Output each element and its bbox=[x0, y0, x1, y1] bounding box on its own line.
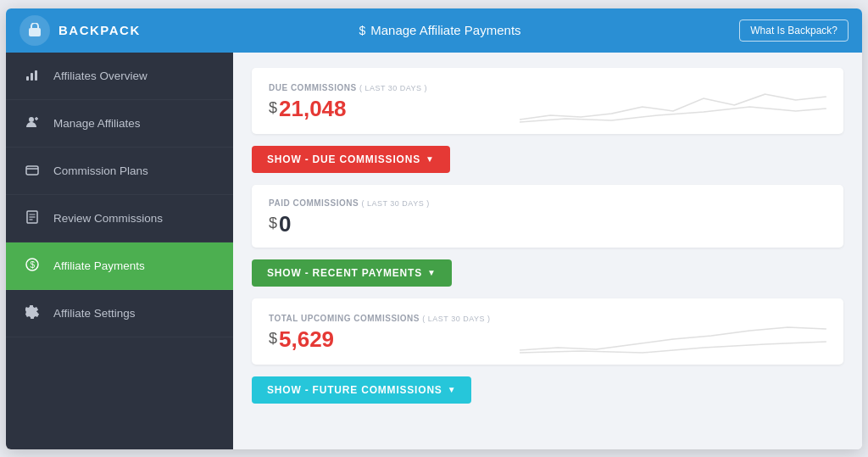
currency-symbol: $ bbox=[269, 215, 277, 232]
sidebar-item-affiliate-payments[interactable]: $ Affiliate Payments bbox=[6, 242, 233, 290]
dollar-icon: $ bbox=[359, 24, 365, 37]
app-window: BACKPACK $ Manage Affiliate Payments Wha… bbox=[6, 8, 862, 449]
svg-rect-1 bbox=[26, 76, 29, 81]
show-future-wrapper: SHOW - FUTURE COMMISSIONS ▼ bbox=[252, 376, 843, 404]
sidebar-item-label: Review Commissions bbox=[53, 212, 163, 225]
sidebar-item-manage-affiliates[interactable]: Manage Affiliates bbox=[6, 100, 233, 148]
card-inner: TOTAL UPCOMING COMMISSIONS ( LAST 30 DAY… bbox=[269, 312, 826, 354]
show-due-commissions-button[interactable]: SHOW - DUE COMMISSIONS ▼ bbox=[252, 146, 450, 173]
sidebar-item-label: Affiliate Settings bbox=[53, 307, 136, 320]
person-add-icon bbox=[23, 115, 42, 131]
paid-commissions-value: $ 0 bbox=[269, 211, 826, 237]
svg-rect-3 bbox=[35, 70, 37, 81]
svg-rect-7 bbox=[26, 166, 38, 175]
show-future-commissions-button[interactable]: SHOW - FUTURE COMMISSIONS ▼ bbox=[252, 376, 471, 404]
chevron-down-icon: ▼ bbox=[426, 154, 435, 164]
dollar-circle-icon: $ bbox=[23, 258, 42, 274]
header-left: BACKPACK bbox=[19, 15, 141, 46]
sidebar-item-label: Affiliate Payments bbox=[53, 259, 145, 272]
show-recent-payments-button[interactable]: SHOW - RECENT PAYMENTS ▼ bbox=[252, 259, 452, 287]
logo-icon bbox=[19, 15, 50, 46]
sidebar-item-commission-plans[interactable]: Commission Plans bbox=[6, 148, 233, 195]
header: BACKPACK $ Manage Affiliate Payments Wha… bbox=[6, 8, 862, 53]
due-commissions-label: DUE COMMISSIONS ( LAST 30 DAYS ) bbox=[269, 83, 427, 92]
show-recent-wrapper: SHOW - RECENT PAYMENTS ▼ bbox=[252, 259, 843, 287]
main-layout: Affiliates Overview Manage Affiliates bbox=[6, 53, 862, 449]
header-title: $ Manage Affiliate Payments bbox=[359, 23, 520, 37]
svg-rect-2 bbox=[31, 73, 33, 81]
due-commissions-card: DUE COMMISSIONS ( LAST 30 DAYS ) $ 21,04… bbox=[252, 68, 843, 134]
card-info: TOTAL UPCOMING COMMISSIONS ( LAST 30 DAY… bbox=[269, 314, 491, 353]
currency-symbol: $ bbox=[269, 330, 277, 348]
svg-text:$: $ bbox=[31, 260, 36, 270]
paid-commissions-card: PAID COMMISSIONS ( LAST 30 DAYS ) $ 0 bbox=[252, 185, 843, 248]
sidebar-item-review-commissions[interactable]: Review Commissions bbox=[6, 195, 233, 242]
card-info: DUE COMMISSIONS ( LAST 30 DAYS ) $ 21,04… bbox=[269, 83, 427, 122]
show-due-wrapper: SHOW - DUE COMMISSIONS ▼ bbox=[252, 146, 843, 173]
chevron-down-icon: ▼ bbox=[427, 268, 437, 277]
upcoming-commissions-card: TOTAL UPCOMING COMMISSIONS ( LAST 30 DAY… bbox=[252, 298, 843, 365]
upcoming-commissions-chart bbox=[520, 312, 826, 354]
svg-rect-0 bbox=[29, 28, 41, 36]
chart-icon bbox=[23, 68, 42, 84]
due-commissions-chart bbox=[520, 81, 826, 124]
sidebar-item-label: Affiliates Overview bbox=[53, 70, 147, 82]
sidebar-item-label: Commission Plans bbox=[53, 164, 148, 177]
upcoming-commissions-value: $ 5,629 bbox=[269, 326, 491, 353]
logo-text: BACKPACK bbox=[58, 23, 141, 37]
upcoming-commissions-label: TOTAL UPCOMING COMMISSIONS ( LAST 30 DAY… bbox=[269, 314, 491, 323]
card-inner: DUE COMMISSIONS ( LAST 30 DAYS ) $ 21,04… bbox=[269, 81, 826, 124]
gear-icon bbox=[23, 305, 42, 321]
sidebar: Affiliates Overview Manage Affiliates bbox=[6, 53, 233, 449]
due-commissions-value: $ 21,048 bbox=[269, 96, 427, 122]
what-is-backpack-button[interactable]: What Is Backpack? bbox=[739, 20, 849, 42]
sidebar-item-affiliate-settings[interactable]: Affiliate Settings bbox=[6, 290, 233, 337]
doc-icon bbox=[23, 210, 42, 226]
content-area: DUE COMMISSIONS ( LAST 30 DAYS ) $ 21,04… bbox=[233, 53, 862, 449]
paid-commissions-label: PAID COMMISSIONS ( LAST 30 DAYS ) bbox=[269, 198, 826, 208]
sidebar-item-label: Manage Affiliates bbox=[53, 117, 141, 130]
svg-point-4 bbox=[29, 117, 34, 122]
sidebar-item-affiliates-overview[interactable]: Affiliates Overview bbox=[6, 53, 233, 100]
currency-symbol: $ bbox=[269, 99, 277, 117]
card-icon bbox=[23, 163, 42, 179]
chevron-down-icon: ▼ bbox=[448, 385, 457, 394]
